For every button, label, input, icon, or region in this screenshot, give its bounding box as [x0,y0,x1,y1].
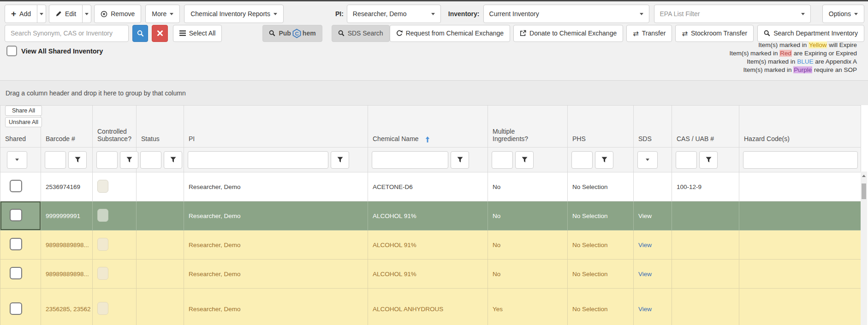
pi-filter-input[interactable] [188,151,328,169]
filter-row [0,148,861,172]
share-all-button[interactable]: Share All [5,106,42,116]
chemical-name-filter-input[interactable] [372,151,448,169]
column-header-barcode[interactable]: Barcode # [41,106,93,148]
column-label-shared: Shared [5,135,26,142]
column-header-phs[interactable]: PHS [568,106,634,148]
header-row: Share All Unshare All Shared Barcode # C… [0,106,861,148]
controlled-substance-filter-button[interactable] [120,151,138,169]
table-row[interactable]: 2356285, 23562 Researcher, Demo ALCOHOL … [0,289,861,325]
column-header-multiple-ingredients[interactable]: Multiple Ingredients? [488,106,568,148]
edit-button[interactable]: Edit [49,5,83,23]
options-button[interactable]: Options [822,5,864,23]
column-label: Controlled Substance? [97,128,131,142]
controlled-substance-checkbox [97,238,108,251]
plus-icon: + [11,9,16,18]
barcode-filter-button[interactable] [68,151,87,169]
column-header-chemical-name[interactable]: Chemical Name [368,106,488,148]
controlled-substance-filter-input[interactable] [96,151,118,169]
transfer-label: Transfer [642,30,666,37]
pi-filter-button[interactable] [331,151,349,169]
chevron-down-icon [646,159,649,161]
sds-view-link[interactable]: View [638,213,652,219]
column-header-hazard-codes[interactable]: Hazard Code(s) [739,106,861,148]
sds-view-link[interactable]: View [638,306,652,313]
scrollbar-thumb[interactable] [862,183,866,199]
sds-view-link[interactable]: View [638,271,652,278]
row-share-checkbox[interactable] [10,302,22,315]
funnel-icon [457,157,463,163]
hazard-codes-cell [739,289,861,325]
search-icon [137,30,144,37]
color-legend: Item(s) marked in Yellow will Expire Ite… [729,41,857,74]
inventory-select[interactable]: Current Inventory [483,5,649,23]
add-dropdown-button[interactable] [37,5,46,23]
table-row[interactable]: 98989889898... Researcher, Demo ALCOHOL … [0,230,861,260]
row-share-checkbox[interactable] [10,238,22,250]
search-button[interactable] [132,25,148,42]
select-all-button[interactable]: Select All [173,25,222,42]
transfer-button[interactable]: ⇄ Transfer [626,25,672,42]
column-header-sds[interactable]: SDS [634,106,672,148]
sds-filter-dropdown[interactable] [637,151,658,169]
add-button-label: Add [19,10,31,18]
chemical-inventory-page: + Add Edit Remove More [0,0,868,325]
unshare-all-button[interactable]: Unshare All [5,117,42,127]
refresh-icon [396,30,403,36]
column-header-pi[interactable]: PI [184,106,368,148]
multiple-ingredients-cell: No [488,172,568,201]
column-header-status[interactable]: Status [137,106,184,148]
sds-view-link[interactable]: View [638,242,652,248]
phs-filter-button[interactable] [595,151,613,169]
row-share-checkbox[interactable] [10,267,22,279]
cas-filter-input[interactable] [676,151,697,169]
phs-cell: No Selection [568,289,634,325]
epa-list-filter-select[interactable]: EPA List Filter [654,5,811,23]
column-header-cas-uab[interactable]: CAS / UAB # [672,106,739,148]
status-filter-button[interactable] [164,151,182,169]
search-department-inventory-button[interactable]: Search Department Inventory [757,25,864,42]
phs-cell: No Selection [568,260,634,289]
row-share-checkbox[interactable] [10,180,22,192]
shared-filter-dropdown[interactable] [7,151,27,169]
legend-line-blue: Item(s) marked in BLUE are Appendix A [729,58,857,66]
column-header-shared[interactable]: Share All Unshare All Shared [0,106,41,148]
stockroom-transfer-button[interactable]: ⇄ Stockroom Transfer [675,25,754,42]
view-all-shared-checkbox[interactable] [6,46,17,56]
add-button[interactable]: + Add [5,5,37,23]
table-row[interactable]: 2536974169 Researcher, Demo ACETONE-D6 N… [0,172,861,201]
clear-search-button[interactable] [152,25,167,42]
phs-filter-input[interactable] [571,151,593,169]
edit-dropdown-button[interactable] [82,5,91,23]
scroll-up-button[interactable] [861,171,867,180]
cas-filter-button[interactable] [699,151,718,169]
row-share-checkbox[interactable] [10,209,22,221]
column-header-controlled-substance[interactable]: Controlled Substance? [93,106,137,148]
search-input[interactable] [5,25,129,42]
chemical-name-cell: ALCOHOL ANHYDROUS [368,289,488,325]
chemical-name-filter-button[interactable] [451,151,469,169]
table-row-selected[interactable]: 9999999991 Researcher, Demo ALCOHOL 91% … [0,201,861,230]
donate-to-chemical-exchange-button[interactable]: Donate to Chemical Exchange [513,25,623,42]
multiple-ingredients-filter-input[interactable] [492,151,513,169]
phs-cell: No Selection [568,201,634,230]
pubchem-button[interactable]: Pub C hem [262,25,322,42]
multiple-ingredients-filter-button[interactable] [515,151,534,169]
menu-icon [179,30,186,36]
sds-search-button[interactable]: SDS Search [332,25,390,42]
pi-label: PI: [335,10,344,18]
remove-button[interactable]: Remove [94,5,141,23]
status-filter-input[interactable] [140,151,161,169]
barcode-filter-input[interactable] [45,151,66,169]
more-button[interactable]: More [145,5,180,23]
status-cell [137,230,184,260]
request-from-chemical-exchange-button[interactable]: Request from Chemical Exchange [390,25,510,42]
chevron-down-icon [431,13,435,15]
hazard-codes-filter-input[interactable] [743,151,858,169]
search-icon [269,30,275,36]
sds-search-label: SDS Search [348,30,383,37]
pubchem-c-letter: C [295,30,298,36]
table-row[interactable]: 98989889898... Researcher, Demo ALCOHOL … [0,260,861,289]
pi-select[interactable]: Researcher, Demo [347,5,441,23]
chemical-inventory-reports-button[interactable]: Chemical Inventory Reports [184,5,284,23]
edit-button-label: Edit [65,10,76,18]
